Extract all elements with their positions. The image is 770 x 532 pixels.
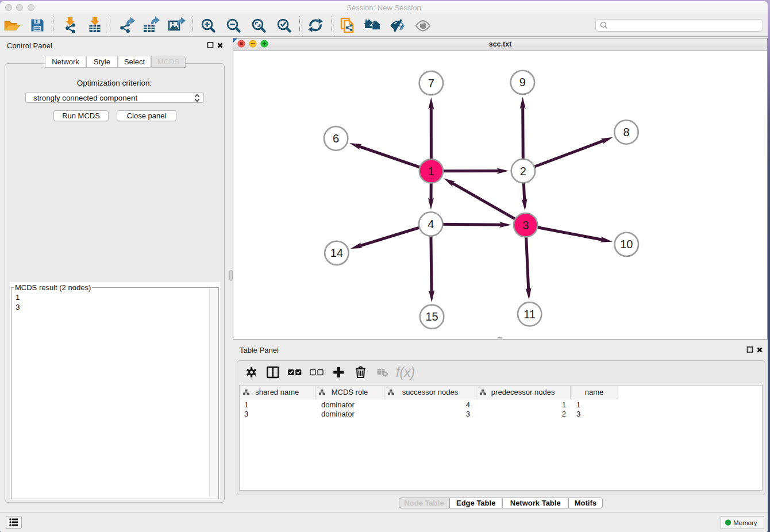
svg-text:Memory: Memory <box>733 519 757 526</box>
svg-text:9: 9 <box>519 76 526 88</box>
svg-text:15: 15 <box>425 310 438 323</box>
svg-text:7: 7 <box>428 77 434 90</box>
svg-text:11: 11 <box>523 308 536 321</box>
svg-text:14: 14 <box>330 246 343 259</box>
svg-text:4: 4 <box>428 218 434 230</box>
svg-text:10: 10 <box>620 238 633 250</box>
svg-text:3: 3 <box>522 219 529 232</box>
svg-text:6: 6 <box>333 132 339 145</box>
svg-text:2: 2 <box>520 165 526 178</box>
svg-text:8: 8 <box>623 126 629 138</box>
svg-text:1: 1 <box>428 165 434 178</box>
svg-text:f(x): f(x) <box>396 365 415 380</box>
